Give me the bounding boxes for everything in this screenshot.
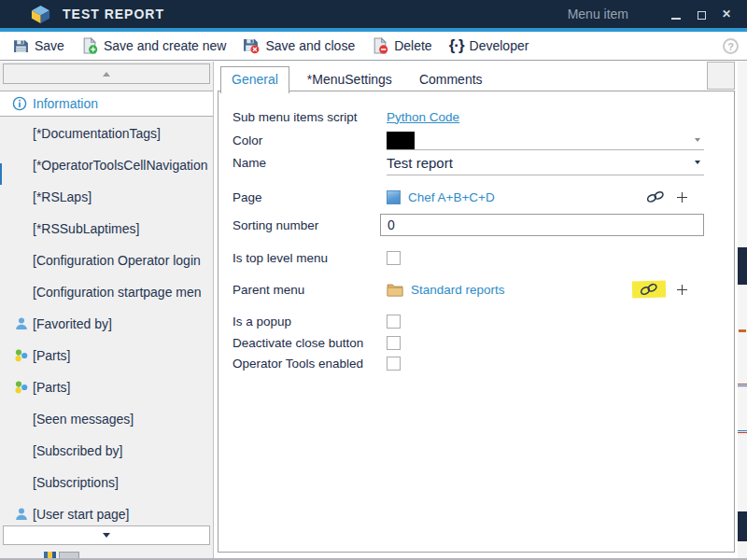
form-row-page: Page Chef A+B+C+D	[233, 185, 734, 209]
save-and-create-new-button[interactable]: Save and create new	[73, 35, 235, 57]
sidebar-item-subscriptions[interactable]: [Subscriptions]	[0, 467, 213, 498]
sidebar-item-configuration-operator-login[interactable]: [Configuration Operator login	[0, 245, 213, 276]
is-top-level-menu-checkbox[interactable]	[387, 251, 401, 265]
close-button[interactable]: ✕	[721, 8, 732, 20]
field-label: Operator Tools enabled	[233, 357, 387, 371]
save-button-label: Save	[35, 38, 64, 53]
background-window-fragment	[44, 552, 56, 558]
form-row-is-top-level-menu: Is top level menu	[233, 245, 734, 270]
sidebar-item-documentationtags[interactable]: [*DocumentationTags]	[0, 118, 213, 149]
developer-button-label: Developer	[470, 38, 529, 53]
sidebar-item-label: [*RSSubLaptimes]	[33, 221, 139, 236]
chevron-down-icon[interactable]	[695, 138, 700, 142]
info-icon	[12, 96, 27, 111]
sidebar-item-label: [Subscribed by]	[33, 443, 123, 458]
sidebar-item-information[interactable]: Information	[0, 91, 213, 117]
link-chain-icon[interactable]	[645, 190, 666, 203]
form-row-sorting-number: Sorting number	[233, 209, 734, 241]
tab-comments[interactable]: Comments	[410, 67, 492, 92]
sidebar-item-rslaps[interactable]: [*RSLaps]	[0, 181, 213, 213]
field-label: Name	[233, 156, 387, 170]
python-code-link[interactable]: Python Code	[387, 110, 459, 124]
delete-button[interactable]: Delete	[363, 35, 440, 57]
is-a-popup-checkbox[interactable]	[387, 315, 401, 329]
sidebar-item-label: [Configuration Operator login	[33, 253, 201, 268]
sidebar-item-label: [Favorited by]	[33, 316, 112, 331]
developer-button[interactable]: {·} Developer	[441, 34, 538, 58]
parts-icon	[14, 348, 29, 363]
sidebar-item-parts-1[interactable]: [Parts]	[0, 340, 213, 371]
sidebar-scroll-up-button[interactable]	[3, 63, 210, 84]
sidebar-item-seen-messages[interactable]: [Seen messages]	[0, 403, 213, 435]
save-and-close-button[interactable]: Save and close	[234, 35, 363, 57]
save-and-close-label: Save and close	[265, 38, 355, 53]
sorting-number-input[interactable]	[380, 214, 704, 236]
link-chain-icon[interactable]	[639, 283, 659, 297]
deactivate-close-button-checkbox[interactable]	[387, 336, 401, 350]
help-icon[interactable]: ?	[723, 38, 739, 54]
sidebar-item-user-start-page[interactable]: [User start page]	[0, 498, 213, 524]
sidebar-item-parts-2[interactable]: [Parts]	[0, 371, 213, 403]
field-label: Parent menu	[233, 283, 387, 297]
plus-icon[interactable]	[677, 285, 687, 295]
sidebar-item-subscribed-by[interactable]: [Subscribed by]	[0, 435, 213, 467]
delete-button-label: Delete	[394, 38, 431, 53]
maximize-button[interactable]	[696, 8, 707, 20]
name-value: Test report	[387, 155, 453, 171]
sidebar-item-label: [Subscriptions]	[33, 475, 119, 490]
color-dropdown[interactable]	[387, 130, 704, 150]
form-row-operator-tools-enabled: Operator Tools enabled	[233, 353, 734, 373]
sidebar-item-favorited-by[interactable]: [Favorited by]	[0, 308, 213, 340]
person-icon	[14, 507, 29, 522]
sidebar-item-configuration-startpage-menu[interactable]: [Configuration startpage men	[0, 276, 213, 308]
page-thumbnail-icon	[387, 190, 401, 204]
floppy-save-icon	[13, 38, 29, 54]
sidebar-item-label: Information	[33, 96, 98, 111]
tab-menusettings[interactable]: *MenuSettings	[298, 67, 402, 92]
sidebar-item-operatortoolscellnavigation[interactable]: [*OperatorToolsCellNavigation	[0, 149, 213, 181]
background-window-fragment	[59, 552, 79, 558]
chevron-down-icon	[103, 533, 110, 538]
code-braces-icon: {·}	[449, 36, 464, 55]
sidebar-scroll-down-button[interactable]	[3, 525, 210, 545]
background-window-fragment	[707, 62, 735, 90]
minimize-button[interactable]	[670, 8, 682, 20]
tab-bar: General *MenuSettings Comments	[220, 66, 500, 92]
name-dropdown[interactable]: Test report	[387, 150, 704, 175]
sidebar-item-label: [Seen messages]	[33, 412, 134, 427]
operator-tools-enabled-checkbox[interactable]	[387, 357, 401, 371]
form-row-name: Name Test report	[233, 150, 734, 175]
background-window-strip	[738, 62, 747, 558]
floppy-close-icon	[243, 37, 260, 54]
page-link[interactable]: Chef A+B+C+D	[408, 190, 495, 204]
folder-icon	[387, 283, 403, 297]
tab-general[interactable]: General	[220, 66, 289, 93]
color-swatch[interactable]	[387, 132, 415, 149]
form-row-is-a-popup: Is a popup	[233, 310, 734, 332]
field-label: Is a popup	[233, 315, 387, 329]
background-window-fragment	[0, 163, 2, 185]
sidebar-item-rssublaptimes[interactable]: [*RSSubLaptimes]	[0, 213, 213, 245]
save-button[interactable]: Save	[5, 35, 73, 57]
field-label: Sub menu items script	[233, 110, 387, 124]
chevron-up-icon	[103, 72, 110, 77]
save-and-create-new-label: Save and create new	[104, 38, 227, 53]
general-tab-panel: Sub menu items script Python Code Color …	[218, 91, 735, 553]
parts-icon	[14, 380, 29, 395]
sidebar: Information [*DocumentationTags] [*Opera…	[0, 62, 214, 558]
context-label: Menu item	[568, 7, 628, 21]
plus-icon[interactable]	[677, 192, 687, 203]
toolbar: Save Save and create new Save and close	[0, 32, 747, 61]
app-logo-icon	[31, 5, 50, 24]
form: Sub menu items script Python Code Color …	[218, 91, 734, 373]
sidebar-item-label: [Parts]	[33, 380, 70, 395]
app-window: TEST REPORT Menu item ✕ Save	[0, 0, 747, 560]
parent-menu-link[interactable]: Standard reports	[411, 283, 505, 297]
form-row-sub-menu-items-script: Sub menu items script Python Code	[233, 104, 734, 130]
sidebar-item-label: [*OperatorToolsCellNavigation	[33, 158, 208, 173]
file-plus-icon	[81, 37, 98, 54]
minimize-icon	[671, 11, 681, 20]
highlight-marker	[632, 281, 666, 299]
window-title: TEST REPORT	[63, 7, 164, 21]
chevron-down-icon[interactable]	[695, 161, 700, 164]
